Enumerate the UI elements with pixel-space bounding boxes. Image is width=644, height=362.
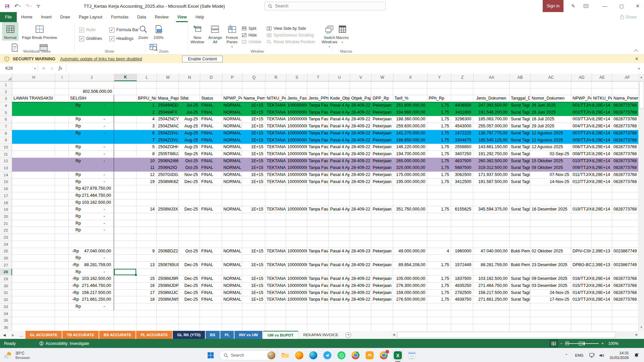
cell-P32[interactable]: NORMAL <box>222 296 242 303</box>
cell-S19[interactable]: 1000000000 <box>286 206 307 213</box>
cell-T35[interactable] <box>307 317 329 324</box>
cell-W5[interactable]: Pekerjaan K <box>371 109 393 116</box>
cell-M5[interactable]: 250494FX <box>157 109 179 116</box>
cell-V32[interactable]: 28-409-22 <box>350 296 371 303</box>
cell-L25[interactable]: 9 <box>137 248 157 255</box>
cell-M16[interactable] <box>157 185 179 192</box>
insert-function-icon[interactable]: fx <box>59 66 62 71</box>
cell-AE8[interactable]: 8,29E+14 <box>592 130 612 137</box>
cell-S16[interactable] <box>286 185 307 192</box>
cell-AC25[interactable]: 02 Oktober 2025 <box>530 248 571 255</box>
cell-V33[interactable] <box>350 303 371 310</box>
row-header-18[interactable]: 18 <box>0 199 12 206</box>
normal-view-toggle[interactable] <box>549 340 558 347</box>
cell-AF6[interactable]: 0828773768 <box>612 116 642 123</box>
cell-L2[interactable] <box>137 88 157 96</box>
cell-Z28[interactable] <box>451 269 473 276</box>
cell-AD10[interactable]: 006/TTJ/VI <box>571 144 592 151</box>
sheet-tab-gl-accurate[interactable]: GL ACCURATE <box>25 331 62 339</box>
column-header-S[interactable]: S <box>286 74 308 81</box>
cell-V3[interactable]: Objek_Pajak <box>350 95 371 102</box>
cell-K31[interactable] <box>114 290 137 297</box>
customize-qat-icon[interactable] <box>36 4 41 8</box>
cell-R8[interactable]: TEKTANA T <box>265 130 286 137</box>
cell-O4[interactable]: FINAL <box>200 102 222 109</box>
sheet-tab-um-vs-bupot[interactable]: UM vs BUPOT <box>263 331 298 339</box>
cell-AD15[interactable]: 012/TTJ/X <box>571 179 592 186</box>
cell-I2[interactable] <box>55 88 69 96</box>
cell-L16[interactable] <box>137 185 157 192</box>
cell-P7[interactable]: NORMAL <box>222 123 242 130</box>
cell-AD29[interactable]: 016/TTJ/X <box>571 276 592 283</box>
cell-AB3[interactable]: Tanggal_Dok <box>509 95 530 102</box>
file-explorer-icon[interactable] <box>280 350 290 361</box>
cell-Y29[interactable]: 1,75 <box>427 276 451 283</box>
cell-AC28[interactable] <box>530 269 571 276</box>
column-header-P[interactable]: P <box>222 74 243 81</box>
save-icon[interactable] <box>5 4 10 9</box>
cell-O1[interactable] <box>200 81 222 88</box>
cell-AD20[interactable] <box>571 213 592 220</box>
cell-X31[interactable]: 159.000.000,00 <box>393 290 427 297</box>
cell-L22[interactable] <box>137 227 157 234</box>
cell-L34[interactable] <box>137 310 157 317</box>
cell-Q34[interactable] <box>242 310 265 317</box>
cell-AE24[interactable] <box>592 241 612 248</box>
cell-Y30[interactable]: 1,75 <box>427 283 451 290</box>
cell-AC36[interactable] <box>530 324 571 331</box>
cell-U24[interactable] <box>329 241 350 248</box>
cell-J13[interactable] <box>69 165 114 172</box>
cell-Q36[interactable] <box>242 324 265 331</box>
cell-Z21[interactable] <box>451 220 473 227</box>
cell-H18[interactable] <box>12 199 55 206</box>
cell-U18[interactable] <box>329 199 350 206</box>
cell-T22[interactable] <box>307 227 329 234</box>
cell-AD2[interactable] <box>571 88 592 96</box>
cell-L8[interactable]: 6 <box>137 130 157 137</box>
cell-U13[interactable]: Pasal 4 Aya <box>329 165 350 172</box>
reset-window-position-button[interactable]: Reset Window Position <box>267 40 315 44</box>
cell-AE17[interactable] <box>592 192 612 199</box>
cell-W23[interactable] <box>371 234 393 241</box>
cell-Z32[interactable]: 4838750 <box>451 296 473 303</box>
maximize-button[interactable]: ▢ <box>616 0 627 12</box>
cell-P18[interactable] <box>222 199 242 206</box>
cell-K32[interactable] <box>114 296 137 303</box>
cell-Z4[interactable]: 4406500 <box>451 102 473 109</box>
cell-T11[interactable]: Tanpa Fasi <box>307 151 329 158</box>
arrange-all-button[interactable]: Arrange All <box>206 22 224 45</box>
cell-H7[interactable] <box>12 123 55 130</box>
cell-W27[interactable]: Pekerjaan K <box>371 262 393 269</box>
cell-X29[interactable]: 105.000.000,00 <box>393 276 427 283</box>
cell-W25[interactable]: Pekerjaan K <box>371 248 393 255</box>
cell-N23[interactable] <box>179 234 200 241</box>
cell-Y10[interactable]: 1,75 <box>427 144 451 151</box>
cell-AA28[interactable] <box>473 269 509 276</box>
cell-N1[interactable] <box>179 81 200 88</box>
cell-P30[interactable]: NORMAL <box>222 283 242 290</box>
cell-X36[interactable] <box>393 324 427 331</box>
cell-V7[interactable]: 28-409-22 <box>350 123 371 130</box>
cell-V17[interactable] <box>350 192 371 199</box>
cell-T5[interactable]: Tanpa Fasi <box>307 109 329 116</box>
cell-W7[interactable]: Pekerjaan K <box>371 123 393 130</box>
cell-N27[interactable]: Dec-25 <box>179 262 200 269</box>
tab-review[interactable]: Review <box>150 12 173 22</box>
cell-AD11[interactable]: 008/TTJ/IX <box>571 151 592 158</box>
cell-Q33[interactable] <box>242 303 265 310</box>
cell-X19[interactable]: 351.750.000,00 <box>393 206 427 213</box>
cell-U19[interactable]: Pasal 4 Aya <box>329 206 350 213</box>
cell-T23[interactable] <box>307 234 329 241</box>
cell-L29[interactable]: 15 <box>137 276 157 283</box>
cell-Y16[interactable] <box>427 185 451 192</box>
cell-L12[interactable]: 10 <box>137 158 157 165</box>
cell-AA29[interactable]: 103.162.500,00 <box>473 276 509 283</box>
cell-L27[interactable]: 13 <box>137 262 157 269</box>
cell-U11[interactable]: Pasal 4 Aya <box>329 151 350 158</box>
cell-N3[interactable]: Sifat <box>179 95 200 102</box>
cell-AD8[interactable]: 007/TTJ/VI <box>571 130 592 137</box>
row-header-12[interactable]: 12 <box>0 158 12 165</box>
cell-J16[interactable]: Rp427.878.750,00 <box>69 185 114 192</box>
cell-AE36[interactable] <box>592 324 612 331</box>
cell-Q30[interactable]: 1E+15 <box>242 283 265 290</box>
